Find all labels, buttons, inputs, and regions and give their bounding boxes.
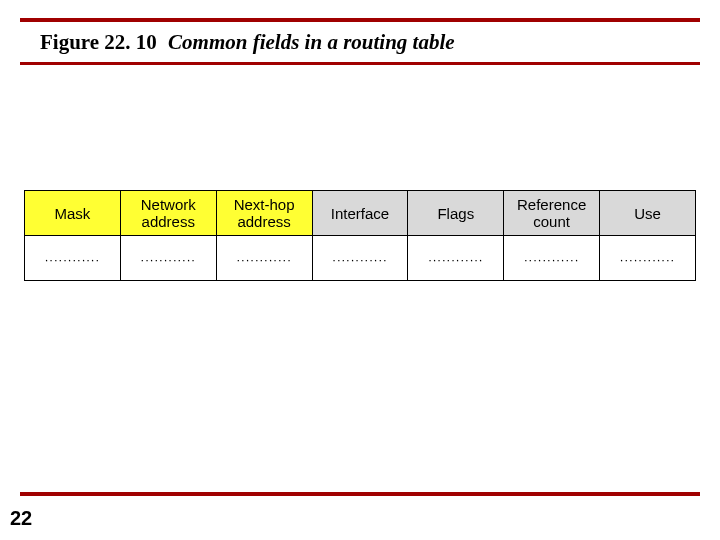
cell-placeholder: ············ [141, 252, 196, 267]
page-number: 22 [10, 507, 32, 530]
cell-placeholder: ············ [524, 252, 579, 267]
figure-title: Figure 22. 10 Common fields in a routing… [40, 30, 680, 55]
figure-number: Figure 22. 10 [40, 30, 157, 54]
col-next-hop-address: Next-hop address [216, 191, 312, 236]
col-network-address: Network address [120, 191, 216, 236]
figure-caption: Common fields in a routing table [168, 30, 454, 54]
col-mask: Mask [25, 191, 121, 236]
title-underline [20, 62, 700, 65]
top-rule [20, 18, 700, 22]
col-use: Use [600, 191, 696, 236]
table-row: ············ ············ ············ ·… [25, 236, 696, 281]
cell-placeholder: ············ [332, 252, 387, 267]
col-reference-count: Reference count [504, 191, 600, 236]
cell-placeholder: ············ [45, 252, 100, 267]
cell-placeholder: ············ [236, 252, 291, 267]
table-header-row: Mask Network address Next-hop address In… [25, 191, 696, 236]
bottom-rule [20, 492, 700, 496]
cell-placeholder: ············ [620, 252, 675, 267]
cell-placeholder: ············ [428, 252, 483, 267]
routing-table: Mask Network address Next-hop address In… [24, 190, 696, 281]
col-flags: Flags [408, 191, 504, 236]
col-interface: Interface [312, 191, 408, 236]
